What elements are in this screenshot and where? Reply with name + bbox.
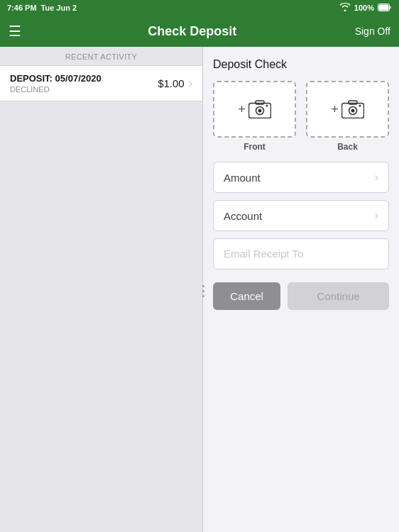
- deposit-status: DECLINED: [10, 85, 102, 94]
- amount-field[interactable]: Amount ›: [213, 162, 389, 193]
- header: ☰ Check Deposit Sign Off: [0, 16, 399, 47]
- back-camera-button[interactable]: +: [306, 81, 389, 138]
- action-buttons-row: Cancel Continue: [213, 282, 389, 310]
- svg-point-6: [266, 105, 268, 107]
- deposit-check-title: Deposit Check: [213, 58, 389, 71]
- drag-dot: [202, 290, 204, 292]
- left-panel: RECENT ACTIVITY DEPOSIT: 05/07/2020 DECL…: [0, 47, 203, 532]
- front-camera-icon-group: +: [238, 100, 271, 118]
- front-camera-box: + Front: [213, 81, 296, 152]
- recent-activity-label: RECENT ACTIVITY: [0, 47, 202, 65]
- menu-icon[interactable]: ☰: [9, 23, 30, 40]
- svg-rect-1: [379, 4, 389, 10]
- camera-row: + Front +: [213, 81, 389, 152]
- status-bar-right: 100%: [339, 3, 392, 13]
- sign-off-button[interactable]: Sign Off: [355, 26, 390, 37]
- status-bar: 7:46 PM Tue Jun 2 100%: [0, 0, 399, 16]
- svg-point-4: [258, 109, 261, 113]
- drag-dot: [202, 295, 204, 297]
- account-field[interactable]: Account ›: [213, 200, 389, 231]
- email-field-container: [213, 238, 389, 270]
- deposit-item-left: DEPOSIT: 05/07/2020 DECLINED: [10, 73, 102, 94]
- back-label: Back: [337, 142, 358, 152]
- battery-icon: [378, 4, 392, 13]
- deposit-item-right: $1.00 ›: [158, 77, 192, 90]
- svg-rect-5: [256, 101, 264, 104]
- camera-icon: [248, 100, 271, 118]
- deposit-list-item[interactable]: DEPOSIT: 05/07/2020 DECLINED $1.00 ›: [0, 65, 202, 101]
- svg-rect-10: [349, 101, 357, 104]
- cancel-button[interactable]: Cancel: [213, 282, 280, 310]
- account-chevron-icon: ›: [375, 209, 378, 222]
- front-camera-button[interactable]: +: [213, 81, 296, 138]
- continue-button[interactable]: Continue: [288, 282, 389, 310]
- battery-display: 100%: [354, 4, 374, 12]
- page-title: Check Deposit: [30, 24, 355, 39]
- status-bar-left: 7:46 PM Tue Jun 2: [7, 4, 77, 12]
- account-label: Account: [224, 210, 262, 222]
- time-display: 7:46 PM: [7, 4, 37, 12]
- plus-icon-back: +: [331, 102, 339, 117]
- email-input[interactable]: [224, 248, 378, 260]
- back-camera-icon-group: +: [331, 100, 364, 118]
- front-label: Front: [244, 142, 266, 152]
- svg-point-11: [359, 105, 361, 107]
- date-display: Tue Jun 2: [41, 4, 77, 12]
- main-layout: RECENT ACTIVITY DEPOSIT: 05/07/2020 DECL…: [0, 47, 399, 532]
- back-camera-box: + Back: [306, 81, 389, 152]
- chevron-right-icon: ›: [189, 77, 192, 90]
- plus-icon: +: [238, 102, 246, 117]
- wifi-icon: [339, 3, 351, 13]
- right-panel: Deposit Check +: [203, 47, 399, 532]
- svg-point-9: [351, 109, 354, 113]
- deposit-amount: $1.00: [158, 77, 185, 89]
- deposit-date: DEPOSIT: 05/07/2020: [10, 73, 102, 84]
- drag-handle[interactable]: [200, 270, 206, 312]
- amount-chevron-icon: ›: [375, 171, 378, 184]
- drag-dot: [202, 285, 204, 287]
- camera-icon-back: [341, 100, 364, 118]
- amount-label: Amount: [224, 172, 261, 184]
